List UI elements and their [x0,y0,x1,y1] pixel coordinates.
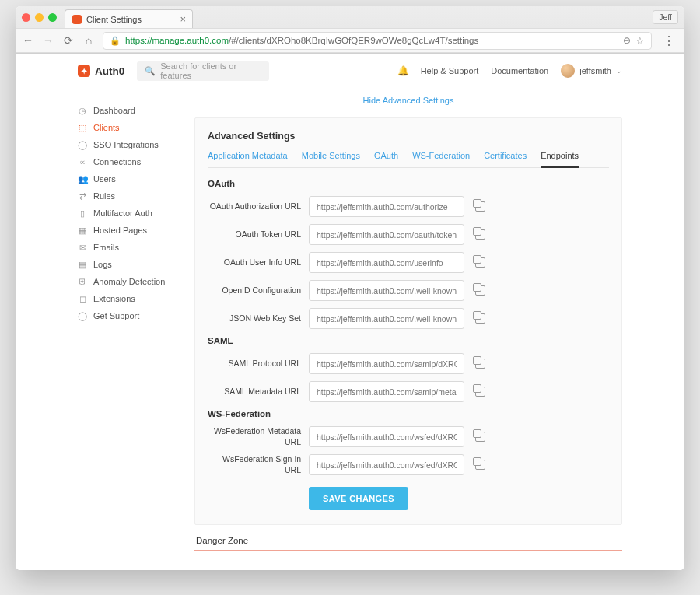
user-menu[interactable]: jeffsmith ⌄ [561,64,622,78]
notifications-bell-icon[interactable]: 🔔 [397,65,408,76]
username: jeffsmith [579,66,611,75]
sidebar-item-label: Hosted Pages [93,226,147,235]
saml-protocol-url-input[interactable] [309,353,464,374]
sidebar-item-label: Logs [93,260,112,269]
zoom-icon[interactable]: ⊖ [623,35,631,47]
sidebar-item-label: Connections [93,157,141,166]
jwks-input[interactable] [309,308,464,329]
sidebar-item-hosted-pages[interactable]: ▦Hosted Pages [78,222,171,239]
copy-icon[interactable] [475,201,485,212]
users-icon: 👥 [78,174,87,184]
row-oauth-authorize: OAuth Authorization URL [208,196,609,217]
tab-endpoints[interactable]: Endpoints [541,151,579,168]
lock-icon: 🔒 [110,36,121,46]
minimize-window-button[interactable] [35,13,44,22]
sidebar-item-label: Extensions [93,294,135,303]
sidebar-item-dashboard[interactable]: ◷Dashboard [78,102,171,119]
main-content: Hide Advanced Settings Advanced Settings… [194,93,622,553]
back-button[interactable]: ← [22,34,34,47]
sidebar-item-label: Multifactor Auth [93,208,152,218]
home-button[interactable]: ⌂ [82,34,95,47]
section-saml-heading: SAML [208,336,609,345]
sidebar-item-label: Get Support [93,311,139,320]
field-label: WsFederation Metadata URL [208,426,301,446]
chevron-down-icon: ⌄ [616,67,622,75]
search-placeholder: Search for clients or features [160,61,261,80]
bookmark-star-icon[interactable]: ☆ [635,35,645,47]
address-bar[interactable]: 🔒 https://manage.auth0.com/#/clients/dXR… [103,32,652,50]
url-scheme: https [125,36,145,45]
auth0-logo-icon: ✦ [78,65,90,77]
browser-profile-chip[interactable]: Jeff [653,10,678,24]
sidebar-item-anomaly[interactable]: ⛨Anomaly Detection [78,273,171,290]
copy-icon[interactable] [475,387,485,397]
oauth-token-url-input[interactable] [309,224,464,245]
copy-icon[interactable] [475,257,485,268]
reload-button[interactable]: ⟳ [62,34,75,47]
tab-certificates[interactable]: Certificates [484,151,527,167]
field-label: SAML Metadata URL [208,387,301,397]
copy-icon[interactable] [475,285,485,296]
wsfed-metadata-url-input[interactable] [309,426,464,447]
sidebar-item-users[interactable]: 👥Users [78,170,171,187]
browser-tab[interactable]: Client Settings × [65,9,193,28]
tab-strip: Client Settings × Jeff [16,6,684,28]
row-wsfed-signin: WsFederation Sign-in URL [208,454,609,475]
sidebar-item-rules[interactable]: ⇄Rules [78,187,171,205]
sidebar-item-label: SSO Integrations [93,140,159,149]
sidebar-item-sso[interactable]: ◯SSO Integrations [78,136,171,153]
danger-zone-heading: Danger Zone [196,536,622,545]
openid-config-input[interactable] [309,280,464,301]
copy-icon[interactable] [475,229,485,240]
sidebar-item-emails[interactable]: ✉Emails [78,239,171,256]
row-oauth-token: OAuth Token URL [208,224,609,245]
copy-icon[interactable] [475,432,485,442]
documentation-link[interactable]: Documentation [491,66,548,75]
save-changes-button[interactable]: SAVE CHANGES [309,487,408,510]
support-icon: ◯ [78,311,87,321]
row-openid-config: OpenID Configuration [208,280,609,301]
hide-advanced-link[interactable]: Hide Advanced Settings [194,93,622,117]
browser-window: Client Settings × Jeff ← → ⟳ ⌂ 🔒 https:/… [16,6,684,570]
oauth-authorize-url-input[interactable] [309,196,464,217]
section-oauth-heading: OAuth [208,179,609,188]
row-wsfed-metadata: WsFederation Metadata URL [208,426,609,447]
window-controls[interactable] [22,13,57,22]
wsfed-signin-url-input[interactable] [309,454,464,475]
extensions-icon: ◻ [78,294,87,304]
avatar [561,64,575,78]
tab-application-metadata[interactable]: Application Metadata [208,151,288,167]
help-support-link[interactable]: Help & Support [421,66,479,75]
url-path: /#/clients/dXROho8KBrqIwGOfQER9wOWe8gQcL… [229,36,478,45]
search-input[interactable]: 🔍 Search for clients or features [137,61,269,81]
brand-text: Auth0 [95,65,124,77]
rules-icon: ⇄ [78,191,87,201]
sidebar-item-connections[interactable]: ∝Connections [78,153,171,170]
copy-icon[interactable] [475,313,485,324]
tab-ws-federation[interactable]: WS-Federation [412,151,470,167]
browser-menu-icon[interactable]: ⋮ [660,33,678,48]
saml-metadata-url-input[interactable] [309,381,464,402]
sidebar-item-multifactor[interactable]: ▯Multifactor Auth [78,205,171,222]
sidebar-item-extensions[interactable]: ◻Extensions [78,290,171,307]
oauth-userinfo-url-input[interactable] [309,252,464,273]
sidebar-item-clients[interactable]: ⬚Clients [78,119,171,136]
favicon-auth0-icon [72,14,82,24]
search-icon: 🔍 [145,66,156,76]
section-wsfed-heading: WS-Federation [208,409,609,418]
top-nav: ✦ Auth0 🔍 Search for clients or features… [78,54,622,88]
advanced-settings-panel: Advanced Settings Application Metadata M… [194,117,622,525]
sidebar-item-support[interactable]: ◯Get Support [78,307,171,324]
tab-oauth[interactable]: OAuth [374,151,398,167]
copy-icon[interactable] [475,460,485,470]
tab-mobile-settings[interactable]: Mobile Settings [302,151,360,167]
sidebar: ◷Dashboard ⬚Clients ◯SSO Integrations ∝C… [78,93,171,553]
sidebar-item-label: Anomaly Detection [93,277,165,286]
copy-icon[interactable] [475,359,485,369]
close-window-button[interactable] [22,13,30,22]
brand[interactable]: ✦ Auth0 [78,65,124,77]
forward-button[interactable]: → [42,34,54,47]
tab-close-icon[interactable]: × [180,13,186,25]
sidebar-item-logs[interactable]: ▤Logs [78,256,171,273]
maximize-window-button[interactable] [48,13,57,22]
